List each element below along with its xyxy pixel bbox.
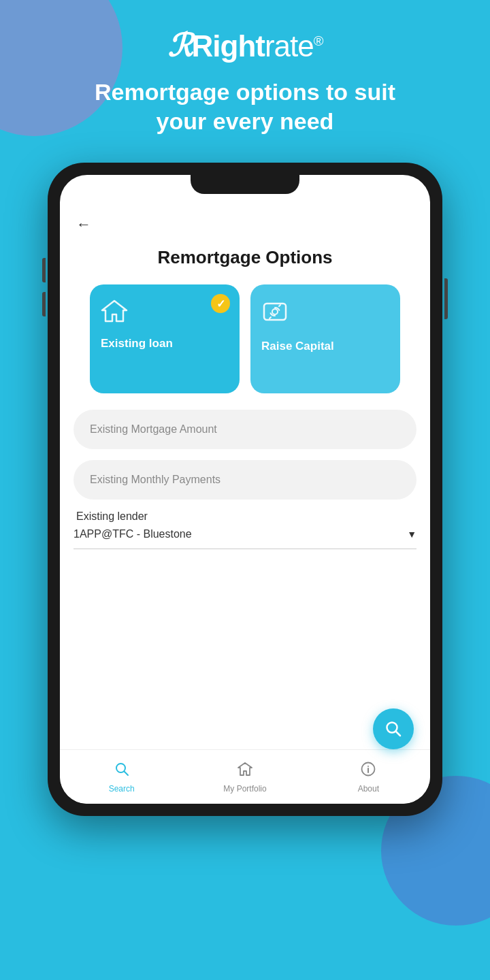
back-button[interactable]: ← (76, 216, 91, 233)
raise-capital-label: Raise Capital (261, 340, 334, 353)
app-background: ℛRightrate® Remortgage options to suit y… (0, 0, 490, 980)
screen-content: ← Remortgage Options ✓ (60, 175, 430, 804)
portfolio-nav-icon (237, 761, 253, 781)
lender-select[interactable]: 1APP@TFC - Bluestone ▼ (74, 528, 416, 549)
phone-wrapper: ← Remortgage Options ✓ (0, 156, 490, 816)
phone-frame: ← Remortgage Options ✓ (48, 163, 442, 816)
option-cards-container: ✓ Existing loan (60, 284, 430, 410)
side-button-vol-down (42, 292, 46, 316)
fab-search-icon (385, 720, 402, 738)
nav-item-about[interactable]: About (307, 761, 430, 794)
existing-loan-label: Existing loan (101, 337, 173, 350)
option-card-raise-capital[interactable]: Raise Capital (250, 284, 400, 393)
search-nav-icon (114, 761, 130, 781)
lender-value: 1APP@TFC - Bluestone (74, 528, 192, 540)
portfolio-nav-label: My Portfolio (223, 784, 266, 794)
app-tagline: Remortgage options to suit your every ne… (68, 78, 422, 135)
nav-item-search[interactable]: Search (60, 761, 183, 794)
lender-label: Existing lender (74, 510, 416, 523)
about-nav-label: About (358, 784, 379, 794)
search-nav-label: Search (109, 784, 135, 794)
svg-line-5 (124, 771, 128, 775)
nav-item-portfolio[interactable]: My Portfolio (183, 761, 306, 794)
raise-capital-icon (261, 298, 289, 331)
form-section: Existing lender 1APP@TFC - Bluestone ▼ (60, 410, 430, 649)
page-title: Remortgage Options (60, 240, 430, 284)
svg-point-1 (272, 309, 278, 314)
option-card-existing-loan[interactable]: ✓ Existing loan (90, 284, 240, 393)
side-button-vol-up (42, 258, 46, 282)
existing-loan-icon (101, 298, 128, 329)
phone-screen: ← Remortgage Options ✓ (60, 175, 430, 804)
side-button-power (444, 278, 448, 319)
about-nav-icon (360, 761, 376, 781)
svg-line-3 (396, 732, 401, 736)
mortgage-amount-input[interactable] (74, 410, 416, 449)
monthly-payments-input[interactable] (74, 460, 416, 500)
app-logo: ℛRightrate® (14, 27, 476, 64)
selected-check-icon: ✓ (211, 294, 230, 313)
phone-notch (191, 175, 299, 194)
dropdown-arrow-icon: ▼ (407, 529, 416, 540)
bottom-navigation: Search My Portfolio (60, 749, 430, 804)
logo-text: ℛRightrate® (167, 27, 323, 64)
search-fab-button[interactable] (373, 708, 414, 749)
app-header: ℛRightrate® Remortgage options to suit y… (0, 0, 490, 156)
svg-point-8 (368, 766, 369, 767)
svg-rect-0 (264, 304, 286, 320)
